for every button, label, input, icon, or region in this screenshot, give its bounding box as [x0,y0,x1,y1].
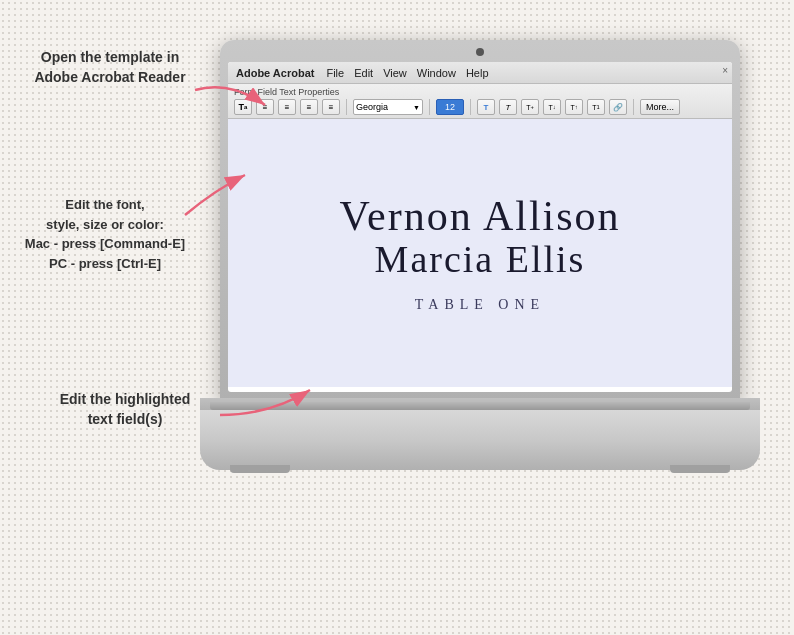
guest-name-1: Vernon Allison [339,193,620,239]
laptop-camera [476,48,484,56]
laptop-bottom [200,410,760,470]
separator-4 [633,99,634,115]
menu-bar: Adobe Acrobat File Edit View Window Help [228,62,732,84]
menu-brand: Adobe Acrobat [236,67,314,79]
open-template-text: Open the template inAdobe Acrobat Reader [30,48,190,87]
close-button[interactable]: × [722,65,728,76]
align-right-icon[interactable]: ≡ [300,99,318,115]
document-content: Vernon Allison Marcia Ellis TABLE ONE [228,119,732,387]
laptop-foot-left [230,465,290,473]
menu-file[interactable]: File [326,67,344,79]
annotation-open-template: Open the template inAdobe Acrobat Reader [30,48,190,87]
font-name: Georgia [356,102,388,112]
laptop-bezel: Adobe Acrobat File Edit View Window Help… [220,40,740,400]
guest-name-2: Marcia Ellis [375,239,586,281]
laptop-hinge [210,402,750,410]
annotation-edit-font: Edit the font,style, size or color: Mac … [10,195,200,273]
font-size-selector[interactable]: 12 [436,99,464,115]
superscript-icon[interactable]: T+ [521,99,539,115]
link-icon[interactable]: 🔗 [609,99,627,115]
menu-window[interactable]: Window [417,67,456,79]
text-icon[interactable]: Ta [234,99,252,115]
align-left-icon[interactable]: ≡ [256,99,274,115]
laptop-screen: Adobe Acrobat File Edit View Window Help… [228,62,732,392]
text-format-icon[interactable]: T↓ [543,99,561,115]
font-selector[interactable]: Georgia ▼ [353,99,423,115]
align-justify-icon[interactable]: ≡ [322,99,340,115]
menu-edit[interactable]: Edit [354,67,373,79]
table-label: TABLE ONE [415,297,545,313]
more-button[interactable]: More... [640,99,680,115]
edit-font-text: Edit the font,style, size or color: Mac … [10,195,200,273]
menu-items: File Edit View Window Help [326,67,488,79]
toolbar-row: Ta ≡ ≡ ≡ ≡ Georgia ▼ 12 T T [234,99,726,115]
separator-3 [470,99,471,115]
text-up-icon[interactable]: T↑ [565,99,583,115]
toolbar-title: Form Field Text Properties [234,87,726,97]
edit-highlighted-text: Edit the highlightedtext field(s) [30,390,220,429]
laptop-foot-right [670,465,730,473]
menu-help[interactable]: Help [466,67,489,79]
annotation-edit-highlighted: Edit the highlightedtext field(s) [30,390,220,429]
laptop: Adobe Acrobat File Edit View Window Help… [200,40,760,570]
separator-1 [346,99,347,115]
italic-icon[interactable]: T [499,99,517,115]
subscript-icon[interactable]: T1 [587,99,605,115]
form-field-toolbar: Form Field Text Properties Ta ≡ ≡ ≡ ≡ Ge… [228,84,732,119]
menu-view[interactable]: View [383,67,407,79]
align-center-icon[interactable]: ≡ [278,99,296,115]
font-dropdown-icon: ▼ [413,104,420,111]
separator-2 [429,99,430,115]
bold-icon[interactable]: T [477,99,495,115]
